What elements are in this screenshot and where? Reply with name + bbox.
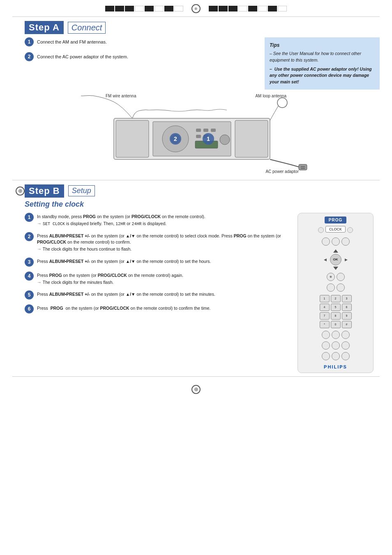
remote-extra-1[interactable] <box>322 331 330 339</box>
remote-extra-2[interactable] <box>332 331 340 339</box>
remote-row-2: ⊕ <box>327 273 345 281</box>
bar-block <box>238 6 247 12</box>
setting-clock-title: Setting the clock <box>25 200 380 209</box>
bar-block <box>145 6 154 12</box>
setup-step-num-6: 6 <box>25 304 34 313</box>
remote-extra-7[interactable] <box>322 352 330 360</box>
step-number-1: 1 <box>25 37 34 46</box>
top-decorative-bar: ⊕ <box>12 4 380 13</box>
remote-extra-3[interactable] <box>341 331 350 339</box>
remote-extra-4[interactable] <box>322 341 330 350</box>
svg-rect-2 <box>235 120 268 157</box>
setup-step-num-1: 1 <box>25 213 34 222</box>
fm-antenna-label: FM wire antenna <box>106 94 136 98</box>
remote-control: PROG CLOCK <box>297 213 374 373</box>
connection-diagram: FM wire antenna AM loop antenna <box>25 94 367 176</box>
remote-row-5 <box>322 341 350 350</box>
step-b-label: Step B <box>25 184 64 198</box>
middle-separator <box>12 180 380 180</box>
step-a-instruction-1: 1 Connect the AM and FM antennas. <box>25 37 256 46</box>
step-a-title: Connect <box>68 22 106 34</box>
remote-num-6[interactable]: 6 <box>342 304 352 311</box>
step-b-title: Setup <box>68 185 95 196</box>
setup-step-5-text: Press ALBUM•PRESET +/- on the system (or… <box>37 290 215 298</box>
setup-step-num-3: 3 <box>25 258 34 267</box>
setup-step-1: 1 In standby mode, press PROG on the sys… <box>25 213 289 227</box>
remote-num-5[interactable]: 5 <box>331 304 341 311</box>
ac-adaptor-label: AC power adaptor <box>265 169 299 174</box>
remote-num-4[interactable]: 4 <box>320 304 330 311</box>
bar-block <box>278 6 287 12</box>
remote-row-1 <box>322 237 350 246</box>
bar-block <box>258 6 267 12</box>
remote-num-9[interactable]: 9 <box>342 312 352 320</box>
remote-num-2[interactable]: 2 <box>331 295 341 302</box>
svg-point-17 <box>277 98 287 108</box>
step-a-label: Step A <box>25 21 64 34</box>
svg-rect-1 <box>116 120 149 157</box>
setup-step-5: 5 Press ALBUM•PRESET +/- on the system (… <box>25 290 289 299</box>
remote-btn-g[interactable] <box>337 283 345 292</box>
remote-num-3[interactable]: 3 <box>342 295 352 302</box>
remote-num-star[interactable]: * <box>320 321 330 328</box>
setup-step-num-5: 5 <box>25 290 34 299</box>
remote-prog-label: PROG <box>325 216 346 223</box>
remote-btn-b[interactable] <box>332 237 340 246</box>
remote-btn-d[interactable]: ⊕ <box>327 273 335 281</box>
svg-rect-9 <box>196 135 201 138</box>
step-b-content: 1 In standby mode, press PROG on the sys… <box>25 213 380 373</box>
remote-num-1[interactable]: 1 <box>320 295 330 302</box>
svg-rect-6 <box>196 129 201 132</box>
setup-step-4-text: Press PROG on the system (or PROG/CLOCK … <box>37 272 183 286</box>
bottom-decorative-bar: ⊕ <box>12 385 380 394</box>
step-a-header: Step A Connect <box>25 21 380 34</box>
remote-btn-f[interactable] <box>327 283 335 292</box>
remote-num-0[interactable]: 0 <box>331 321 341 328</box>
crosshair-mark: ⊕ <box>191 4 201 13</box>
setup-step-3: 3 Press ALBUM•PRESET +/- on the system (… <box>25 258 289 267</box>
remote-extra-5[interactable] <box>332 341 340 350</box>
stereo-unit-svg: 2 1 <box>81 94 311 176</box>
page: ⊕ Step A Connect 1 Connect the AM and FM… <box>0 0 392 555</box>
tips-title: Tips <box>270 41 375 49</box>
remote-ok-btn[interactable]: OK <box>330 254 341 265</box>
remote-btn-e[interactable] <box>337 273 345 281</box>
top-separator <box>12 16 380 17</box>
tips-box: Tips – See the User Manual for how to co… <box>265 37 380 90</box>
remote-row-4 <box>322 331 350 339</box>
remote-btn-a[interactable] <box>322 237 330 246</box>
remote-num-hash[interactable]: # <box>342 321 352 328</box>
bar-block <box>209 6 218 12</box>
remote-num-7[interactable]: 7 <box>320 312 330 320</box>
bar-block <box>219 6 228 12</box>
setup-step-6-text: Press PROG on the system (or PROG/CLOCK … <box>37 304 211 312</box>
bar-block <box>105 6 114 12</box>
setup-step-4: 4 Press PROG on the system (or PROG/CLOC… <box>25 272 289 286</box>
remote-extra-6[interactable] <box>341 341 350 350</box>
remote-extra-8[interactable] <box>332 352 340 360</box>
bar-block <box>135 6 144 12</box>
left-crosshair: ⊕ <box>16 187 25 196</box>
remote-row-6 <box>322 352 350 360</box>
remote-btn-c[interactable] <box>341 237 350 246</box>
bar-block <box>125 6 134 12</box>
remote-up-arrow[interactable] <box>333 249 338 253</box>
remote-num-8[interactable]: 8 <box>331 312 341 320</box>
bar-block <box>268 6 277 12</box>
remote-extra-9[interactable] <box>341 352 350 360</box>
bottom-separator <box>12 376 380 377</box>
setup-step-1-text: In standby mode, press PROG on the syste… <box>37 213 205 227</box>
svg-rect-18 <box>299 164 307 170</box>
tips-panel: Tips – See the User Manual for how to co… <box>265 37 380 90</box>
svg-rect-8 <box>211 129 216 132</box>
step-b-header: ⊕ Step B Setup <box>25 184 380 198</box>
tips-line1: – See the User Manual for how to connect… <box>270 51 375 64</box>
remote-down-arrow[interactable] <box>333 267 338 270</box>
step-a-instruction-1-text: Connect the AM and FM antennas. <box>37 37 107 46</box>
svg-point-12 <box>220 135 230 145</box>
remote-small-circle-2 <box>347 227 353 233</box>
bar-block <box>174 6 183 12</box>
setup-step-6: 6 Press PROG on the system (or PROG/CLOC… <box>25 304 289 313</box>
bar-block <box>228 6 238 12</box>
svg-rect-7 <box>203 129 208 132</box>
